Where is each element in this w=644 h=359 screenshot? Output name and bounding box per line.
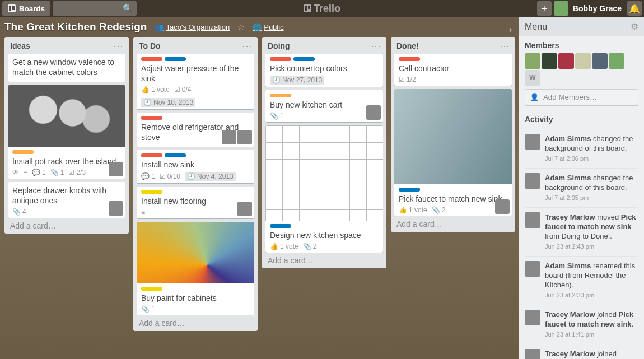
globe-icon: 🌐 <box>253 23 262 31</box>
activity-avatar[interactable] <box>525 261 540 277</box>
badge-value: 1 vote <box>409 206 427 214</box>
activity-actor[interactable]: Tracey Marlow <box>545 349 595 358</box>
activity-avatar[interactable] <box>525 173 540 189</box>
list-title[interactable]: Doing <box>268 41 371 50</box>
card[interactable]: Adjust water pressure of the sink👍1 vote… <box>137 54 254 109</box>
list-title[interactable]: Done! <box>396 41 500 50</box>
card[interactable]: Pick faucet to match new sink👍1 vote📎2 <box>394 89 512 216</box>
member-more[interactable]: W <box>525 70 540 86</box>
list-title[interactable]: To Do <box>139 41 242 50</box>
card[interactable]: Install new sink💬1☑0/10🕘Nov 4, 2013 <box>137 150 254 183</box>
member-avatar[interactable] <box>366 105 381 120</box>
activity-avatar[interactable] <box>525 349 540 359</box>
card[interactable]: Get a new window valence to match the ca… <box>8 54 125 82</box>
member-avatar[interactable] <box>109 162 123 176</box>
create-button[interactable]: ＋ <box>537 1 552 16</box>
member-avatar[interactable] <box>558 53 574 69</box>
add-card-link[interactable]: Add a card… <box>265 253 383 266</box>
card[interactable]: Buy new kitchen cart📎1 <box>265 90 383 122</box>
trello-logo[interactable]: Trello <box>304 3 340 15</box>
card[interactable]: Buy paint for cabinets📎1 <box>137 222 254 315</box>
board-canvas[interactable]: Ideas ⋯ Get a new window valence to matc… <box>0 37 519 359</box>
member-avatar[interactable] <box>237 202 252 216</box>
activity-avatar[interactable] <box>525 134 540 150</box>
attach-icon: 📎 <box>50 169 59 176</box>
activity-actor[interactable]: Adam Simms <box>545 134 591 143</box>
label-red[interactable] <box>141 153 162 157</box>
label-red[interactable] <box>399 57 420 61</box>
card[interactable]: Call contractor☑1/2 <box>394 54 512 86</box>
card[interactable]: Replace drawer knobs with antique ones📎4 <box>8 182 125 218</box>
label-orange[interactable] <box>12 150 34 154</box>
list-menu-icon[interactable]: ⋯ <box>242 43 252 49</box>
card-title: Pick faucet to match new sink <box>399 194 507 204</box>
member-avatar[interactable] <box>542 53 557 69</box>
activity-actor[interactable]: Tracey Marlow <box>545 213 595 221</box>
star-icon[interactable]: ☆ <box>237 22 245 31</box>
user-name[interactable]: Bobby Grace <box>573 4 622 13</box>
activity-avatar[interactable] <box>525 212 540 228</box>
list: To Do ⋯ Adjust water pressure of the sin… <box>133 37 258 331</box>
member-avatar[interactable] <box>525 53 540 69</box>
label-blue[interactable] <box>293 57 315 61</box>
label-red[interactable] <box>270 57 291 61</box>
card[interactable]: Install pot rack over the island👁≡💬1📎1☑2… <box>8 85 125 179</box>
activity-avatar[interactable] <box>525 310 540 325</box>
card[interactable]: Remove old refrigerator and stove <box>137 113 254 147</box>
card[interactable]: Design new kitchen space👍1 vote📎2 <box>265 125 383 253</box>
card-title: Install new flooring <box>141 196 250 206</box>
member-avatar[interactable] <box>609 53 624 69</box>
list-menu-icon[interactable]: ⋯ <box>371 43 381 49</box>
card[interactable]: Install new flooring≡ <box>137 187 254 218</box>
board-title[interactable]: The Great Kitchen Redesign <box>4 21 147 33</box>
card-badges: ☑1/2 <box>399 76 507 83</box>
label-red[interactable] <box>141 116 162 120</box>
notifications-button[interactable]: 🔔 <box>627 1 642 16</box>
activity-actor[interactable]: Adam Simms <box>545 174 591 182</box>
gear-icon[interactable]: ⚙ <box>631 21 638 32</box>
activity-actor[interactable]: Tracey Marlow <box>545 310 595 319</box>
badge-value: 1 <box>151 172 155 180</box>
search-icon[interactable]: 🔍 <box>123 3 133 13</box>
activity-actor[interactable]: Adam Simms <box>545 262 591 270</box>
member-avatar[interactable] <box>222 130 236 144</box>
card-labels <box>270 94 379 97</box>
user-avatar[interactable] <box>554 1 568 16</box>
activity-time: Jun 23 at 1:41 pm <box>545 330 638 339</box>
svg-rect-1 <box>9 6 11 11</box>
activity-text: . <box>632 320 634 328</box>
visibility-link[interactable]: 🌐 Public <box>253 23 283 31</box>
menu-title: Menu <box>525 22 547 32</box>
boards-button[interactable]: Boards <box>2 1 50 16</box>
activity-feed[interactable]: Adam Simms changed the background of thi… <box>519 127 644 359</box>
label-blue[interactable] <box>270 224 291 228</box>
add-card-link[interactable]: Add a card… <box>137 315 254 329</box>
card-cover <box>265 125 383 221</box>
collapse-menu-icon[interactable]: › <box>509 25 512 35</box>
add-card-link[interactable]: Add a card… <box>394 216 512 230</box>
badge-attach: 📎4 <box>12 208 26 216</box>
members-section: Members W 👤 Add Members… <box>519 36 644 110</box>
label-blue[interactable] <box>399 188 420 192</box>
member-avatar[interactable] <box>109 201 123 216</box>
list-title[interactable]: Ideas <box>10 41 113 50</box>
member-avatar[interactable] <box>237 130 252 144</box>
label-blue[interactable] <box>165 57 186 61</box>
label-red[interactable] <box>141 57 162 61</box>
list-menu-icon[interactable]: ⋯ <box>113 43 123 49</box>
add-card-link[interactable]: Add a card… <box>8 218 125 231</box>
list-menu-icon[interactable]: ⋯ <box>500 43 510 49</box>
label-yellow[interactable] <box>141 287 162 291</box>
member-avatar[interactable] <box>592 53 608 69</box>
label-blue[interactable] <box>165 153 186 157</box>
label-orange[interactable] <box>270 94 291 97</box>
card[interactable]: Pick countertop colors🕘Nov 27, 2013 <box>265 54 383 87</box>
org-link[interactable]: 👥 Taco's Organization <box>155 23 230 31</box>
member-avatar[interactable] <box>495 199 510 214</box>
card-badges: 👍1 vote☑0/4🕘Nov 10, 2013 <box>141 86 250 107</box>
label-yellow[interactable] <box>141 190 162 194</box>
list: Ideas ⋯ Get a new window valence to matc… <box>4 37 129 234</box>
card-badges: 👍1 vote📎2 <box>270 243 379 250</box>
member-avatar[interactable] <box>575 53 591 69</box>
add-members-button[interactable]: 👤 Add Members… <box>525 89 638 105</box>
